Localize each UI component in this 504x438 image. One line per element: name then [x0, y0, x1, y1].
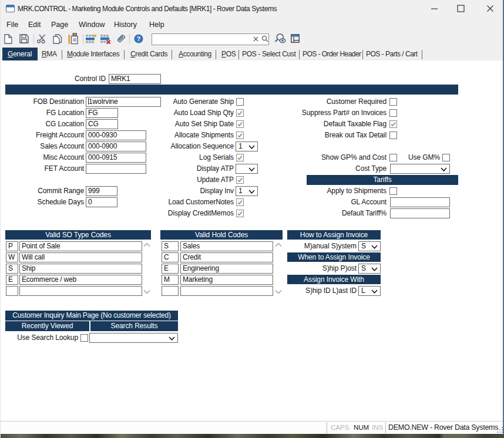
svg-text:?: ?: [137, 35, 140, 42]
